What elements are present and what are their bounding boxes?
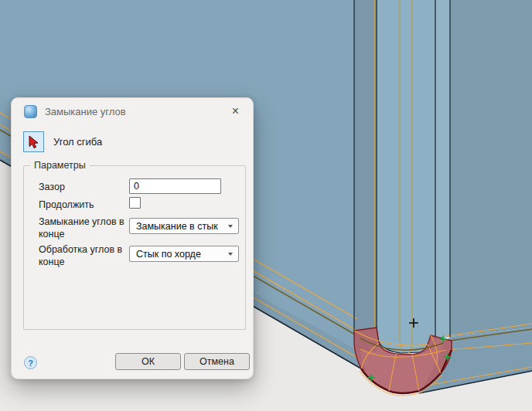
end-treatment-select[interactable]: Стык по хорде bbox=[129, 246, 239, 262]
ok-button[interactable]: ОК bbox=[115, 353, 181, 370]
sheet-band-slot bbox=[377, 0, 435, 353]
chevron-down-icon bbox=[228, 253, 233, 256]
end-closure-label: Замыкание углов в конце bbox=[39, 216, 127, 240]
close-icon[interactable]: × bbox=[229, 104, 242, 119]
select-bend-corner-button[interactable] bbox=[23, 131, 44, 152]
cancel-button[interactable]: Отмена bbox=[184, 353, 250, 370]
sheet-band-dark bbox=[354, 0, 377, 352]
sheet-band-light bbox=[435, 0, 450, 340]
red-cursor-arrow-icon bbox=[28, 135, 40, 149]
gap-label: Зазор bbox=[39, 181, 127, 193]
end-closure-select[interactable]: Замыкание в стык bbox=[129, 218, 239, 234]
dialog-titlebar: Замыкание углов × bbox=[12, 98, 253, 124]
continue-checkbox[interactable] bbox=[129, 197, 141, 209]
end-closure-value: Замыкание в стык bbox=[136, 221, 218, 232]
parameters-legend: Параметры bbox=[30, 160, 90, 171]
continue-label: Продолжить bbox=[39, 199, 127, 211]
app-icon bbox=[24, 105, 37, 118]
help-button[interactable]: ? bbox=[24, 356, 37, 369]
corner-seam-dialog: Замыкание углов × Угол сгиба Параметры З… bbox=[11, 97, 254, 379]
sheet-face-right bbox=[450, 0, 532, 337]
tool-label: Угол сгиба bbox=[53, 131, 102, 152]
gap-input[interactable] bbox=[129, 178, 221, 194]
end-treatment-label: Обработка углов в конце bbox=[39, 243, 127, 268]
dialog-title: Замыкание углов bbox=[45, 106, 229, 117]
end-treatment-value: Стык по хорде bbox=[136, 249, 201, 260]
chevron-down-icon bbox=[228, 225, 233, 228]
